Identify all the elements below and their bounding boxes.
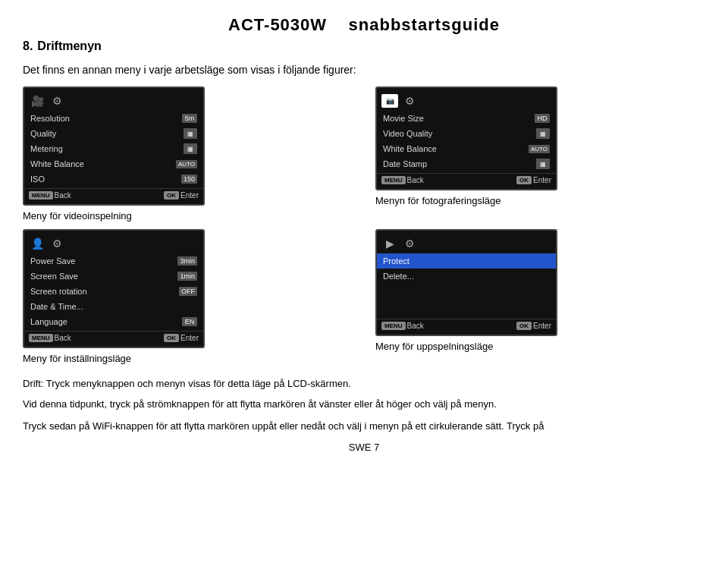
camera-icon: 📷 — [381, 94, 398, 108]
video-icon: 🎥 — [29, 94, 46, 108]
ok-btn-2: OK Enter — [516, 176, 551, 184]
movie-size-label: Movie Size — [383, 114, 424, 123]
white-balance-label: White Balance — [30, 159, 84, 168]
power-save-label: Power Save — [30, 256, 75, 266]
photo-menu: 📷 ⚙ Movie Size HD Video Quality ▦ White … — [375, 86, 557, 190]
resolution-label: Resolution — [30, 114, 70, 123]
screen-rotation-row: Screen rotation OFF — [24, 284, 203, 299]
resolution-row: Resolution 5m — [24, 111, 203, 126]
white-balance-row: White Balance AUTO — [24, 156, 203, 171]
gear-icon-3: ⚙ — [49, 237, 65, 250]
wb-label: White Balance — [383, 144, 437, 153]
playback-menu-bottom: MENU Back OK Enter — [377, 319, 556, 332]
ok-btn-4: OK Enter — [516, 322, 551, 330]
menu-btn-3: MENU Back — [29, 334, 71, 342]
settings-menu-icons: 👤 ⚙ — [24, 235, 203, 253]
body-text-3: Tryck sedan på WiFi-knappen för att flyt… — [23, 419, 705, 435]
ok-btn: OK Enter — [164, 191, 199, 200]
intro-paragraph: Det finns en annan meny i varje arbetslä… — [23, 64, 705, 76]
body-text-1: Drift: Tryck menyknappen och menyn visas… — [23, 376, 705, 392]
quality-row: Quality ▦ — [24, 126, 203, 141]
language-val: EN — [182, 317, 197, 326]
date-stamp-label: Date Stamp — [383, 159, 427, 168]
playback-menu: ▶ ⚙ Protect Delete... MENU Back OK Enter — [375, 229, 557, 336]
screen-save-val: 1min — [177, 272, 197, 281]
video-quality-label: Video Quality — [383, 129, 432, 138]
quality-label: Quality — [30, 129, 56, 138]
video-quality-row: Video Quality ▦ — [377, 126, 556, 141]
resolution-val: 5m — [182, 114, 197, 123]
play-icon: ▶ — [381, 237, 398, 250]
menus-grid: 🎥 ⚙ Resolution 5m Quality ▦ Metering ▦ — [23, 86, 705, 364]
iso-row: ISO 150 — [24, 171, 203, 187]
screen-save-label: Screen Save — [30, 272, 78, 281]
screen-rotation-label: Screen rotation — [30, 287, 87, 296]
body-text-2: Vid denna tidpunkt, tryck på strömknappe… — [23, 397, 705, 413]
power-save-row: Power Save 3min — [24, 253, 203, 269]
page-number: SWE 7 — [23, 442, 705, 453]
subtitle-text: snabbstartsguide — [349, 15, 500, 34]
gear-icon: ⚙ — [49, 94, 65, 108]
gear-icon-4: ⚙ — [401, 237, 418, 250]
protect-label: Protect — [383, 256, 410, 266]
screen-save-row: Screen Save 1min — [24, 269, 203, 284]
playback-menu-block: ▶ ⚙ Protect Delete... MENU Back OK Enter — [375, 229, 705, 364]
iso-val: 150 — [181, 174, 197, 184]
section-number: 8. — [23, 39, 33, 53]
photo-menu-caption: Menyn för fotograferingsläge — [375, 195, 500, 206]
menu-btn-4: MENU Back — [381, 322, 424, 330]
metering-val: ▦ — [184, 143, 197, 154]
delete-label: Delete... — [383, 272, 414, 281]
movie-size-val: HD — [535, 114, 550, 123]
quality-val: ▦ — [184, 128, 197, 139]
language-row: Language EN — [24, 314, 203, 329]
photo-menu-bottom: MENU Back OK Enter — [377, 173, 556, 186]
menu-btn-2: MENU Back — [381, 176, 424, 184]
ok-btn-3: OK Enter — [164, 334, 199, 342]
metering-row: Metering ▦ — [24, 141, 203, 156]
settings-menu-caption: Meny för inställningsläge — [23, 353, 131, 364]
video-menu-caption: Meny för videoinspelning — [23, 210, 132, 222]
metering-label: Metering — [30, 144, 63, 153]
protect-row: Protect — [377, 253, 556, 269]
section-title: Driftmenyn — [37, 39, 101, 53]
page-title: ACT-5030W snabbstartsguide — [23, 15, 705, 35]
date-stamp-row: Date Stamp ▦ — [377, 156, 556, 171]
video-menu-icons: 🎥 ⚙ — [24, 93, 203, 111]
white-balance-val: AUTO — [176, 160, 197, 168]
screen-rotation-val: OFF — [179, 287, 197, 296]
power-save-val: 3min — [177, 256, 197, 266]
wb-row: White Balance AUTO — [377, 141, 556, 156]
wb-val: AUTO — [529, 145, 550, 153]
photo-menu-icons: 📷 ⚙ — [377, 93, 556, 111]
playback-menu-caption: Meny för uppspelningsläge — [375, 341, 493, 352]
iso-label: ISO — [30, 174, 45, 184]
playback-menu-icons: ▶ ⚙ — [377, 235, 556, 253]
settings-menu-bottom: MENU Back OK Enter — [24, 331, 203, 344]
date-time-row: Date & Time... — [24, 299, 203, 314]
date-stamp-val: ▦ — [536, 159, 550, 169]
menu-btn: MENU Back — [29, 191, 71, 200]
video-menu-block: 🎥 ⚙ Resolution 5m Quality ▦ Metering ▦ — [23, 86, 353, 222]
photo-menu-block: 📷 ⚙ Movie Size HD Video Quality ▦ White … — [375, 86, 705, 222]
language-label: Language — [30, 317, 67, 326]
settings-menu-block: 👤 ⚙ Power Save 3min Screen Save 1min Scr… — [23, 229, 353, 364]
video-menu-bottom: MENU Back OK Enter — [24, 188, 203, 201]
date-time-label: Date & Time... — [30, 302, 83, 311]
person-icon: 👤 — [29, 237, 46, 250]
video-quality-val: ▦ — [536, 128, 550, 139]
video-menu: 🎥 ⚙ Resolution 5m Quality ▦ Metering ▦ — [23, 86, 205, 206]
delete-row: Delete... — [377, 269, 556, 284]
model-text: ACT-5030W — [228, 15, 327, 34]
playback-spacer — [377, 284, 556, 317]
settings-menu: 👤 ⚙ Power Save 3min Screen Save 1min Scr… — [23, 229, 205, 348]
gear-icon-2: ⚙ — [401, 94, 418, 108]
movie-size-row: Movie Size HD — [377, 111, 556, 126]
